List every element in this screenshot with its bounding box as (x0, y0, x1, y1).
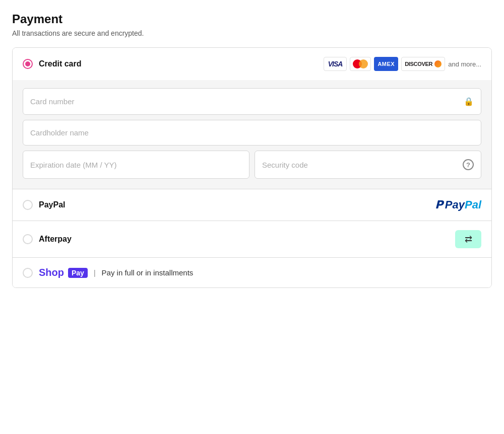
visa-logo: VISA (324, 57, 347, 71)
credit-card-label: Credit card (39, 59, 81, 68)
credit-card-left: Credit card (23, 59, 81, 69)
shoppay-left: Shop Pay | Pay in full or in installment… (23, 267, 193, 278)
mc-circle-right (359, 59, 368, 68)
shop-text: Shop (39, 267, 64, 278)
paypal-wordmark: PayPal (445, 198, 481, 211)
shoppay-divider: | (94, 269, 96, 277)
paypal-option: PayPal 𝗣 PayPal (13, 189, 491, 221)
credit-card-option: Credit card VISA AMEX DISCOVER and more.… (13, 48, 491, 189)
page-subtitle: All transactions are secure and encrypte… (12, 29, 492, 37)
amex-logo: AMEX (374, 57, 398, 71)
discover-logo: DISCOVER (401, 57, 445, 71)
shoppay-header: Shop Pay | Pay in full or in installment… (13, 258, 491, 287)
shoppay-option: Shop Pay | Pay in full or in installment… (13, 258, 491, 287)
card-logos: VISA AMEX DISCOVER and more... (324, 57, 481, 71)
paypal-left: PayPal (23, 200, 65, 210)
paypal-label: PayPal (39, 200, 65, 209)
discover-text: DISCOVER (405, 61, 432, 67)
afterpay-arrows-icon: ⇄ (465, 234, 472, 245)
payment-container: Credit card VISA AMEX DISCOVER and more.… (12, 47, 492, 288)
security-code-help-icon[interactable]: ? (463, 159, 474, 170)
afterpay-logo: ⇄ (455, 230, 481, 248)
pay-badge: Pay (68, 268, 88, 278)
paypal-word-light: Pal (465, 198, 481, 211)
card-number-input[interactable] (30, 97, 464, 106)
paypal-p-icon: 𝗣 (435, 198, 443, 211)
paypal-header: PayPal 𝗣 PayPal (13, 189, 491, 221)
cardholder-name-input[interactable] (30, 128, 474, 137)
afterpay-option: Afterpay ⇄ (13, 221, 491, 258)
cardholder-name-field[interactable] (23, 120, 481, 146)
paypal-word-dark: Pay (445, 198, 465, 211)
credit-card-radio[interactable] (23, 59, 33, 69)
paypal-radio[interactable] (23, 200, 33, 210)
credit-card-fields: 🔒 ? (13, 80, 491, 189)
credit-card-header: Credit card VISA AMEX DISCOVER and more.… (13, 48, 491, 80)
shoppay-logo: Shop Pay | Pay in full or in installment… (39, 267, 193, 278)
page-title: Payment (12, 12, 492, 26)
discover-circle (434, 60, 442, 67)
expiry-date-field[interactable] (23, 151, 249, 179)
expiry-date-input[interactable] (30, 161, 242, 169)
security-code-input[interactable] (262, 161, 463, 169)
mastercard-logo (350, 57, 371, 71)
security-code-field[interactable]: ? (255, 151, 481, 179)
afterpay-header: Afterpay ⇄ (13, 221, 491, 257)
card-number-field[interactable]: 🔒 (23, 88, 481, 115)
afterpay-left: Afterpay (23, 234, 72, 244)
afterpay-label: Afterpay (39, 235, 72, 244)
and-more-text: and more... (448, 60, 481, 68)
shoppay-tagline: Pay in full or in installments (102, 268, 194, 277)
expiry-security-row: ? (23, 151, 481, 179)
afterpay-radio[interactable] (23, 234, 33, 244)
shoppay-radio[interactable] (23, 268, 33, 278)
paypal-logo: 𝗣 PayPal (435, 198, 481, 211)
lock-icon: 🔒 (464, 97, 474, 106)
